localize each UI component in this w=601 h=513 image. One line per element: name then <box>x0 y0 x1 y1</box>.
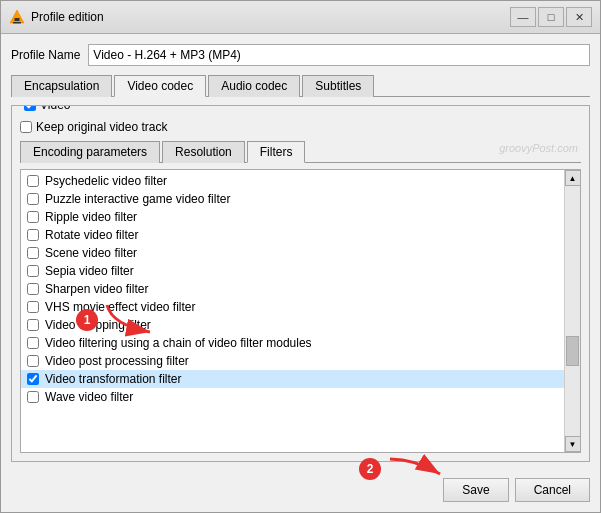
filter-label-sharpen: Sharpen video filter <box>45 282 148 296</box>
filter-list: Psychedelic video filterPuzzle interacti… <box>21 170 564 452</box>
filter-item-scene[interactable]: Scene video filter <box>21 244 564 262</box>
filter-label-rotate: Rotate video filter <box>45 228 138 242</box>
scrollbar[interactable]: ▲ ▼ <box>564 170 580 452</box>
tab-subtitles[interactable]: Subtitles <box>302 75 374 97</box>
inner-tabs: Encoding parameters Resolution Filters <box>20 140 581 163</box>
filter-label-psychedelic: Psychedelic video filter <box>45 174 167 188</box>
title-buttons: — □ ✕ <box>510 7 592 27</box>
profile-edition-dialog: Profile edition — □ ✕ Profile Name Encap… <box>0 0 601 513</box>
filter-item-ripple[interactable]: Ripple video filter <box>21 208 564 226</box>
maximize-button[interactable]: □ <box>538 7 564 27</box>
filter-item-wave[interactable]: Wave video filter <box>21 388 564 406</box>
filter-label-post: Video post processing filter <box>45 354 189 368</box>
filter-checkbox-chain[interactable] <box>27 337 39 349</box>
tab-audio-codec[interactable]: Audio codec <box>208 75 300 97</box>
title-bar: Profile edition — □ ✕ <box>1 1 600 34</box>
filter-item-vhs[interactable]: VHS movie effect video filter <box>21 298 564 316</box>
filter-item-rotate[interactable]: Rotate video filter <box>21 226 564 244</box>
vlc-icon <box>9 9 25 25</box>
filter-label-ripple: Ripple video filter <box>45 210 137 224</box>
close-button[interactable]: ✕ <box>566 7 592 27</box>
svg-rect-1 <box>15 18 20 21</box>
filter-checkbox-transform[interactable] <box>27 373 39 385</box>
dialog-content: Profile Name Encapsulation Video codec A… <box>1 34 600 472</box>
tab-encapsulation[interactable]: Encapsulation <box>11 75 112 97</box>
minimize-button[interactable]: — <box>510 7 536 27</box>
filter-item-cropping[interactable]: Video cropping filter <box>21 316 564 334</box>
scrollbar-thumb[interactable] <box>566 336 579 366</box>
filter-panel: Psychedelic video filterPuzzle interacti… <box>20 169 581 453</box>
svg-rect-2 <box>13 22 21 24</box>
tab-video-codec[interactable]: Video codec <box>114 75 206 97</box>
filter-checkbox-ripple[interactable] <box>27 211 39 223</box>
filter-label-chain: Video filtering using a chain of video f… <box>45 336 312 350</box>
filter-item-sharpen[interactable]: Sharpen video filter <box>21 280 564 298</box>
video-legend: Video <box>20 105 74 112</box>
filter-checkbox-puzzle[interactable] <box>27 193 39 205</box>
scroll-up-arrow[interactable]: ▲ <box>565 170 581 186</box>
svg-marker-0 <box>10 10 24 23</box>
filter-checkbox-sharpen[interactable] <box>27 283 39 295</box>
tab-filters[interactable]: Filters <box>247 141 306 163</box>
filter-checkbox-cropping[interactable] <box>27 319 39 331</box>
filter-label-scene: Scene video filter <box>45 246 137 260</box>
cancel-button[interactable]: Cancel <box>515 478 590 502</box>
filter-item-transform[interactable]: Video transformation filter <box>21 370 564 388</box>
scroll-down-arrow[interactable]: ▼ <box>565 436 581 452</box>
filter-checkbox-rotate[interactable] <box>27 229 39 241</box>
filter-checkbox-scene[interactable] <box>27 247 39 259</box>
filter-label-puzzle: Puzzle interactive game video filter <box>45 192 230 206</box>
filter-checkbox-psychedelic[interactable] <box>27 175 39 187</box>
profile-name-label: Profile Name <box>11 48 80 62</box>
keep-original-label: Keep original video track <box>36 120 167 134</box>
scrollbar-track[interactable] <box>565 186 580 436</box>
tab-resolution[interactable]: Resolution <box>162 141 245 163</box>
video-group: Video Keep original video track Encoding… <box>11 105 590 462</box>
profile-name-input[interactable] <box>88 44 590 66</box>
filter-checkbox-vhs[interactable] <box>27 301 39 313</box>
window-title: Profile edition <box>31 10 104 24</box>
filter-label-cropping: Video cropping filter <box>45 318 151 332</box>
tab-encoding-params[interactable]: Encoding parameters <box>20 141 160 163</box>
filter-checkbox-post[interactable] <box>27 355 39 367</box>
filter-label-sepia: Sepia video filter <box>45 264 134 278</box>
profile-name-row: Profile Name <box>11 44 590 66</box>
filter-label-wave: Wave video filter <box>45 390 133 404</box>
main-tabs: Encapsulation Video codec Audio codec Su… <box>11 74 590 97</box>
filter-label-transform: Video transformation filter <box>45 372 182 386</box>
filter-item-psychedelic[interactable]: Psychedelic video filter <box>21 172 564 190</box>
filter-checkbox-sepia[interactable] <box>27 265 39 277</box>
filter-checkbox-wave[interactable] <box>27 391 39 403</box>
filter-item-post[interactable]: Video post processing filter <box>21 352 564 370</box>
filter-item-sepia[interactable]: Sepia video filter <box>21 262 564 280</box>
keep-original-row: Keep original video track <box>20 120 581 134</box>
video-checkbox[interactable] <box>24 105 36 111</box>
dialog-footer: 2 Save Cancel <box>1 472 600 512</box>
filter-item-chain[interactable]: Video filtering using a chain of video f… <box>21 334 564 352</box>
keep-original-checkbox[interactable] <box>20 121 32 133</box>
filter-item-puzzle[interactable]: Puzzle interactive game video filter <box>21 190 564 208</box>
save-button[interactable]: Save <box>443 478 508 502</box>
filter-label-vhs: VHS movie effect video filter <box>45 300 196 314</box>
